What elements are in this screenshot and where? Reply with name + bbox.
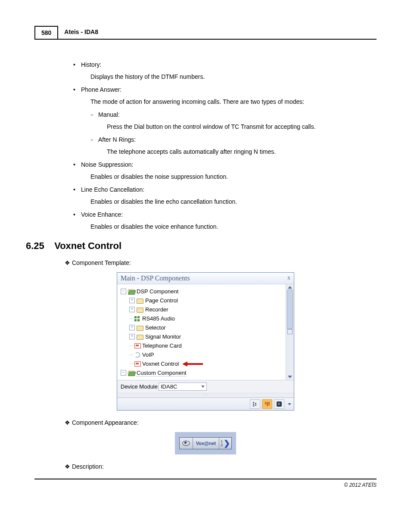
tree-node-voip[interactable]: ┈┈ VoIP xyxy=(129,350,283,359)
component-ports: 1 2 ❯ xyxy=(219,438,231,449)
tree-view-button[interactable] xyxy=(250,399,260,409)
circle-icon: ○ xyxy=(90,111,98,118)
component-appearance-block: Vox@net 1 2 ❯ xyxy=(175,432,237,454)
device-module-select[interactable]: IDA8C xyxy=(159,383,207,391)
bracket-icon: ❯ xyxy=(224,442,230,445)
bullet-history-desc: Displays the history of the DTMF numbers… xyxy=(90,73,368,80)
component-label: Vox@net xyxy=(193,438,219,449)
circle-icon: ○ xyxy=(90,136,98,143)
section-title: Voxnet Control xyxy=(54,240,121,251)
tree-connector-icon: ┈┈ xyxy=(129,316,134,321)
bullet-voice-desc: Enables or disables the voice enhance fu… xyxy=(90,223,368,230)
section-heading: 6.25 Voxnet Control xyxy=(26,240,377,252)
tree-icon xyxy=(253,402,257,406)
tree-node-selector[interactable]: + Selector xyxy=(129,323,283,332)
component-view-button[interactable] xyxy=(274,399,284,409)
dsp-components-panel: Main - DSP Components x − DSP Component … xyxy=(117,272,294,411)
collapse-icon[interactable]: − xyxy=(121,289,126,294)
tree-node-custom-component[interactable]: − Custom Component xyxy=(121,368,283,377)
scrollbar-thumb[interactable] xyxy=(287,289,293,329)
device-module-row: Device Module IDA8C xyxy=(117,380,294,393)
folder-icon xyxy=(137,325,143,330)
section-number: 6.25 xyxy=(26,240,52,252)
expand-icon[interactable]: + xyxy=(129,298,135,303)
folder-open-icon xyxy=(128,289,135,294)
tree-node-telephone-card[interactable]: ┈┈ Telephone Card xyxy=(129,341,283,350)
sub-manual-desc: Press the Dial button on the control win… xyxy=(107,123,368,130)
dropdown-caret-icon[interactable] xyxy=(288,403,291,405)
bullet-noise-desc: Enables or disables the noise suppressio… xyxy=(90,173,368,180)
voxnet-component-chip[interactable]: Vox@net 1 2 ❯ xyxy=(179,437,232,449)
tree-connector-icon: ┈┈ xyxy=(129,343,134,348)
voip-icon xyxy=(134,352,140,358)
bars-icon xyxy=(265,402,270,406)
tree-node-signal-monitor[interactable]: + Signal Monitor xyxy=(129,332,283,341)
card-icon xyxy=(134,343,140,348)
tree-node-rs485[interactable]: ┈┈ RS485 Audio xyxy=(129,314,283,323)
page-footer: © 2012 ATEÏS xyxy=(34,479,377,488)
header-title: Ateis - IDA8 xyxy=(58,26,104,39)
folder-icon xyxy=(137,307,143,312)
tree-connector-icon: ┈┈ xyxy=(129,352,134,357)
folder-icon xyxy=(137,334,143,339)
grid-icon xyxy=(134,316,140,321)
scroll-up-icon[interactable] xyxy=(288,286,292,289)
folder-icon xyxy=(137,298,143,303)
vertical-scrollbar[interactable] xyxy=(286,284,294,380)
expand-icon[interactable]: + xyxy=(129,334,135,339)
bullet-phone-label: Phone Answer: xyxy=(81,86,368,93)
component-tree[interactable]: − DSP Component + Page Control + Recorde… xyxy=(117,284,286,380)
page-number: 580 xyxy=(34,26,58,39)
bullet-echo-label: Line Echo Cancellation: xyxy=(81,186,368,193)
bullet-phone-desc: The mode of action for answering incomin… xyxy=(90,98,368,105)
bullet-history-label: History: xyxy=(81,61,368,68)
sub-manual-label: Manual: xyxy=(98,111,120,118)
folder-open-icon xyxy=(128,370,135,376)
scrollbar-mark-icon xyxy=(287,329,293,334)
tree-node-page-control[interactable]: + Page Control xyxy=(129,296,283,305)
panel-statusbar xyxy=(117,398,294,410)
bars-view-button[interactable] xyxy=(262,399,272,409)
bullet-icon: • xyxy=(73,61,81,68)
card-icon xyxy=(134,361,140,367)
scroll-down-icon[interactable] xyxy=(288,376,292,378)
collapse-icon[interactable]: − xyxy=(121,370,126,376)
bullet-icon: • xyxy=(73,161,81,168)
component-icon xyxy=(277,401,282,407)
diamond-appearance: ❖ Component Appearance: xyxy=(65,419,377,426)
bullet-voice-label: Voice Enhance: xyxy=(81,211,368,218)
tree-node-recorder[interactable]: + Recorder xyxy=(129,305,283,314)
expand-icon[interactable]: + xyxy=(129,325,135,330)
bullet-echo-desc: Enables or disables the line echo cancel… xyxy=(90,198,368,205)
diamond-template: ❖ Component Template: xyxy=(65,259,377,266)
panel-titlebar: Main - DSP Components x xyxy=(117,273,294,284)
expand-icon[interactable]: + xyxy=(129,307,135,312)
tree-connector-icon: ┈┈ xyxy=(129,361,134,366)
bullet-icon: • xyxy=(73,186,81,193)
device-module-label: Device Module xyxy=(121,383,158,390)
sub-aftern-desc: The telephone accepts calls automaticall… xyxy=(107,148,368,155)
bullet-icon: • xyxy=(73,211,81,218)
close-icon[interactable]: x xyxy=(287,274,290,282)
bullet-noise-label: Noise Suppression: xyxy=(81,161,368,168)
red-arrow-icon xyxy=(182,361,203,367)
tree-node-dsp-component[interactable]: − DSP Component xyxy=(121,287,283,296)
panel-title: Main - DSP Components xyxy=(121,274,190,282)
bullet-icon: • xyxy=(73,86,81,93)
eye-icon xyxy=(182,441,190,446)
tree-node-voxnet-control[interactable]: ┈┈ Voxnet Control xyxy=(129,359,283,368)
sub-aftern-label: After N Rings: xyxy=(98,136,136,143)
panel-grip[interactable]: ┈┈┈ xyxy=(117,393,294,398)
diamond-description: ❖ Description: xyxy=(65,463,377,470)
page-header: 580 Ateis - IDA8 xyxy=(34,26,377,40)
